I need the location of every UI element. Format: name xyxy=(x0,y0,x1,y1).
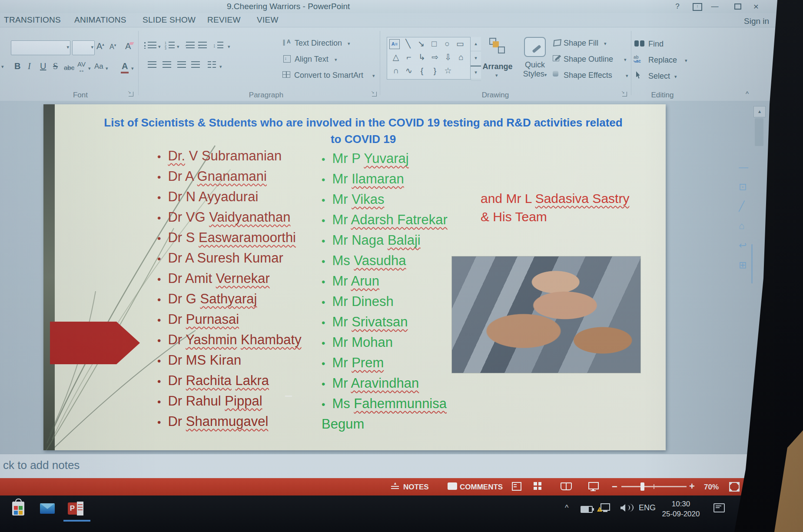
zoom-level[interactable]: 70% xyxy=(704,483,719,492)
character-spacing-button[interactable]: AV↔ xyxy=(77,61,86,73)
notes-panel[interactable]: ck to add notes xyxy=(0,454,803,479)
italic-button[interactable]: I xyxy=(28,61,31,71)
tab-animations[interactable]: ANIMATIONS xyxy=(74,15,126,25)
hidden-icons-chevron-icon[interactable]: ^ xyxy=(565,503,568,512)
increase-indent-button[interactable]: → xyxy=(198,42,207,48)
shape-effects-button[interactable]: Shape Effects xyxy=(564,71,612,80)
fit-slide-to-window-icon[interactable] xyxy=(729,482,740,492)
shape-fill-button[interactable]: Shape Fill xyxy=(564,39,598,48)
mail-icon[interactable] xyxy=(40,503,55,514)
comments-toggle-button[interactable]: COMMENTS xyxy=(460,483,503,492)
shape-cell-icon[interactable]: ○ xyxy=(441,37,453,50)
decrease-indent-button[interactable]: ← xyxy=(186,42,195,48)
notes-toggle-button[interactable]: NOTES xyxy=(403,483,429,492)
slide-canvas[interactable]: List of Scientists & Students who are in… xyxy=(43,104,666,450)
zoom-out-button[interactable]: − xyxy=(612,481,617,492)
tab-review[interactable]: REVIEW xyxy=(207,15,241,25)
paragraph-dialog-launcher-icon[interactable] xyxy=(372,92,377,96)
network-icon[interactable] xyxy=(601,503,610,511)
shape-cell-icon[interactable]: ⇩ xyxy=(442,51,454,64)
notes-placeholder[interactable]: ck to add notes xyxy=(3,459,80,472)
replace-button[interactable]: Replace xyxy=(648,56,677,65)
tab-transitions[interactable]: TRANSITIONS xyxy=(4,15,61,25)
shape-cell-icon[interactable]: △ xyxy=(390,51,402,64)
battery-icon[interactable] xyxy=(581,506,593,513)
shape-cell-icon[interactable]: ∩ xyxy=(390,64,402,77)
speaker-icon[interactable] xyxy=(620,504,625,512)
shape-cell-icon[interactable]: ╲ xyxy=(402,37,414,50)
grow-font-button[interactable]: A▴ xyxy=(96,41,104,51)
justify-button[interactable] xyxy=(191,61,200,68)
quick-styles-button[interactable]: QuickStyles▾ xyxy=(521,60,548,79)
strikethrough-button[interactable]: abc xyxy=(64,64,74,71)
shrink-font-button[interactable]: A▾ xyxy=(110,43,116,51)
slide-title-line1[interactable]: List of Scientists & Students who are in… xyxy=(61,116,666,130)
underline-button[interactable]: U xyxy=(40,61,46,71)
convert-to-smartart-button[interactable]: Convert to SmartArt xyxy=(294,71,363,80)
shape-cell-icon[interactable]: ∿ xyxy=(403,64,415,77)
zoom-in-button[interactable]: + xyxy=(689,481,695,492)
font-dialog-launcher-icon[interactable] xyxy=(129,92,133,96)
align-center-button[interactable] xyxy=(163,61,171,68)
change-case-button[interactable]: Aa xyxy=(94,62,103,71)
clear-formatting-button[interactable]: A xyxy=(125,41,131,51)
reading-view-icon[interactable] xyxy=(561,482,572,490)
side-note-textbox[interactable]: and Mr L Sadasiva Sastry & His Team xyxy=(481,190,663,226)
shape-cell-icon[interactable]: ⌐ xyxy=(403,51,415,64)
minimize-icon[interactable]: — xyxy=(708,1,721,12)
scroll-up-icon[interactable]: ▴ xyxy=(753,106,766,117)
students-list[interactable]: •Mr P Yuvaraj•Mr Ilamaran•Mr Vikas•Mr Ad… xyxy=(322,149,471,434)
align-right-button[interactable] xyxy=(177,61,186,68)
slide-title-line2[interactable]: to COVID 19 xyxy=(61,132,666,146)
tab-view[interactable]: VIEW xyxy=(257,15,279,25)
shape-cell-icon[interactable]: } xyxy=(429,64,441,77)
line-spacing-button[interactable]: ↕ xyxy=(217,42,223,48)
drawing-dialog-launcher-icon[interactable] xyxy=(622,92,627,96)
shape-cell-icon[interactable]: ↳ xyxy=(416,51,428,64)
clipboard-overflow-icon[interactable]: ▾ xyxy=(1,64,4,70)
bullets-button[interactable] xyxy=(148,42,156,48)
shape-cell-icon[interactable]: ↘ xyxy=(415,37,427,50)
select-button[interactable]: Select xyxy=(648,72,670,81)
slide-sorter-view-icon[interactable] xyxy=(534,482,541,490)
align-text-button[interactable]: Align Text xyxy=(295,55,328,64)
bold-button[interactable]: B xyxy=(14,61,20,71)
font-color-button[interactable]: A xyxy=(122,61,128,71)
shape-cell-icon[interactable]: ☆ xyxy=(442,64,454,77)
ribbon-display-options-icon[interactable]: ↑ xyxy=(693,3,702,11)
text-direction-button[interactable]: Text Direction xyxy=(295,39,342,48)
shape-cell-icon[interactable]: ⌂ xyxy=(455,51,467,64)
textbox-shape-cell[interactable]: A≡ xyxy=(389,39,400,49)
collapse-ribbon-icon[interactable]: ^ xyxy=(746,90,749,97)
shape-cell-icon[interactable]: { xyxy=(416,64,428,77)
align-left-button[interactable] xyxy=(148,61,156,68)
font-name-combobox[interactable]: ▾ xyxy=(11,40,70,55)
clock[interactable]: 10:30 25-09-2020 xyxy=(657,499,705,519)
microsoft-store-icon[interactable] xyxy=(12,502,24,515)
shape-cell-icon[interactable]: ▭ xyxy=(454,37,466,50)
shape-cell-icon[interactable]: ⇨ xyxy=(429,51,441,64)
font-size-combobox[interactable]: ▾ xyxy=(72,40,95,55)
shape-cell-icon[interactable]: □ xyxy=(428,37,440,50)
sign-in-link[interactable]: Sign in xyxy=(744,17,769,26)
tab-slide-show[interactable]: SLIDE SHOW xyxy=(143,15,196,25)
shadow-button[interactable]: S xyxy=(53,61,58,71)
action-center-icon[interactable] xyxy=(713,503,725,512)
clapping-hands-image[interactable] xyxy=(452,256,640,373)
shape-outline-button[interactable]: Shape Outline xyxy=(564,55,613,64)
zoom-slider-thumb[interactable] xyxy=(640,482,644,491)
find-button[interactable]: Find xyxy=(648,40,664,49)
normal-view-icon[interactable] xyxy=(512,482,521,491)
columns-button[interactable] xyxy=(208,61,216,70)
help-icon[interactable]: ? xyxy=(671,1,684,12)
arrange-button[interactable]: Arrange xyxy=(479,62,516,71)
gallery-scroll-up-icon[interactable]: ▴ xyxy=(471,37,481,51)
numbering-button[interactable] xyxy=(169,42,175,48)
slideshow-view-icon[interactable] xyxy=(588,482,599,489)
restore-icon[interactable] xyxy=(734,3,741,10)
language-indicator[interactable]: ENG xyxy=(639,503,656,512)
powerpoint-taskbar-icon[interactable]: P xyxy=(68,502,83,515)
scrollbar-thumb[interactable] xyxy=(755,118,763,146)
close-icon[interactable]: × xyxy=(750,1,763,12)
scientists-list[interactable]: •Dr. V Subramanian•Dr A Gnanamani•Dr N A… xyxy=(157,146,302,432)
